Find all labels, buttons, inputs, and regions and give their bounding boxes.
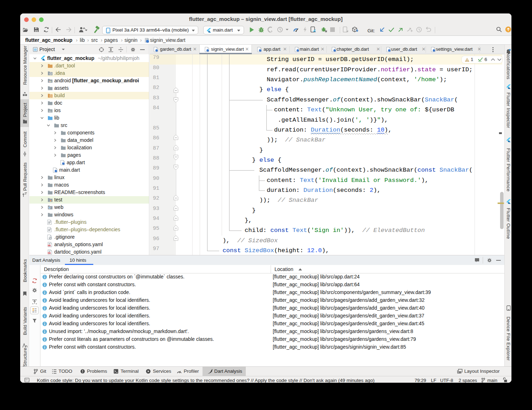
svg-text:YML: YML bbox=[48, 252, 51, 254]
svg-text:YML: YML bbox=[48, 245, 51, 246]
